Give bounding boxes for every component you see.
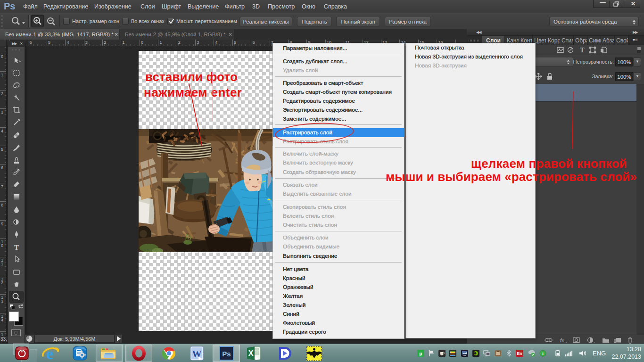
svg-text:W: W xyxy=(192,349,202,359)
svg-text:T: T xyxy=(580,47,585,54)
svg-text:µ: µ xyxy=(419,351,422,356)
svg-text:Ps: Ps xyxy=(222,350,231,358)
svg-text:X: X xyxy=(248,349,254,357)
svg-text:T: T xyxy=(14,244,19,251)
svg-text:En: En xyxy=(517,351,522,356)
svg-text:fx: fx xyxy=(560,337,564,343)
